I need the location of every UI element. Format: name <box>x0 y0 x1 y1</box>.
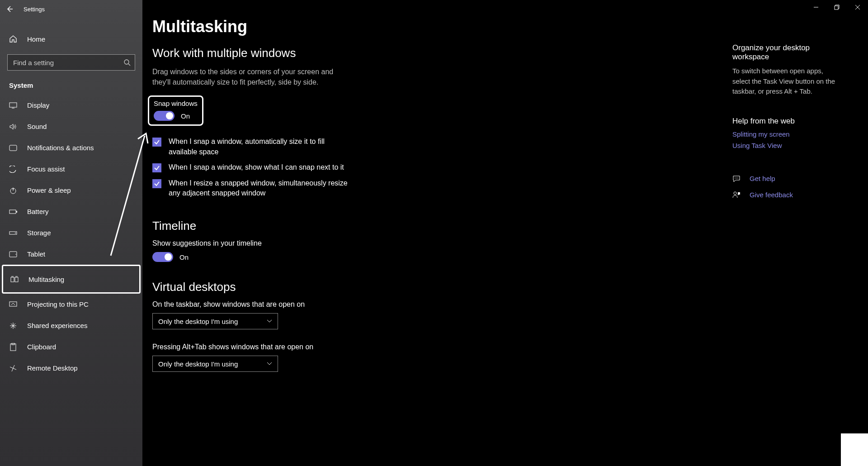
sidebar-item-battery[interactable]: Battery <box>0 201 142 222</box>
display-icon <box>9 102 17 109</box>
sidebar-item-notifications[interactable]: Notifications & actions <box>0 137 142 158</box>
dropdown-value: Only the desktop I'm using <box>158 360 238 368</box>
sidebar-item-focus-assist[interactable]: Focus assist <box>0 158 142 180</box>
svg-rect-12 <box>9 302 17 306</box>
home-nav[interactable]: Home <box>0 28 142 50</box>
chevron-down-icon <box>267 362 272 366</box>
back-button[interactable] <box>5 5 14 13</box>
give-feedback-link[interactable]: Give feedback <box>732 191 841 199</box>
nav-label: Sound <box>27 123 47 130</box>
snap-check-3[interactable] <box>152 179 161 188</box>
sound-icon <box>9 123 17 130</box>
snap-toggle-label: Snap windows <box>154 100 198 107</box>
svg-point-9 <box>15 254 16 255</box>
virtual-alttab-label: Pressing Alt+Tab shows windows that are … <box>152 343 550 351</box>
home-icon <box>9 35 17 43</box>
nav-label: Multitasking <box>28 276 64 283</box>
snap-check-1[interactable] <box>152 138 161 147</box>
snap-check-2-label: When I snap a window, show what I can sn… <box>169 162 344 172</box>
battery-icon <box>9 209 17 214</box>
dropdown-value: Only the desktop I'm using <box>158 318 238 325</box>
aside-panel: Organize your desktop workspace To switc… <box>732 43 841 199</box>
notifications-icon <box>9 145 17 151</box>
svg-rect-11 <box>15 277 18 282</box>
app-title: Settings <box>24 6 45 13</box>
decorative-square <box>841 433 868 466</box>
remote-desktop-icon <box>9 365 17 372</box>
virtual-taskbar-dropdown[interactable]: Only the desktop I'm using <box>152 313 278 329</box>
snap-windows-toggle[interactable] <box>154 111 175 121</box>
search-input[interactable] <box>7 54 135 71</box>
clipboard-icon <box>9 343 17 351</box>
aside-heading-help-web: Help from the web <box>732 117 841 126</box>
sidebar-item-power-sleep[interactable]: Power & sleep <box>0 180 142 201</box>
chat-icon <box>732 175 741 183</box>
minimize-button[interactable] <box>806 0 826 14</box>
snap-check-1-label: When I snap a window, automatically size… <box>169 137 351 157</box>
tablet-icon <box>9 251 17 257</box>
virtual-taskbar-label: On the taskbar, show windows that are op… <box>152 300 550 309</box>
sidebar-item-storage[interactable]: Storage <box>0 222 142 243</box>
feedback-icon <box>732 191 741 199</box>
home-label: Home <box>27 35 45 43</box>
section-heading-timeline: Timeline <box>152 219 550 233</box>
nav-label: Power & sleep <box>27 186 71 194</box>
nav-label: Remote Desktop <box>27 364 78 372</box>
svg-rect-5 <box>16 211 17 213</box>
focus-assist-icon <box>9 166 17 173</box>
svg-rect-1 <box>9 103 17 107</box>
category-label: System <box>0 71 142 95</box>
get-help-label: Get help <box>750 175 775 182</box>
sidebar-item-shared-experiences[interactable]: Shared experiences <box>0 315 142 336</box>
chevron-down-icon <box>267 319 272 323</box>
link-task-view[interactable]: Using Task View <box>732 142 841 149</box>
page-title: Multitasking <box>152 17 550 36</box>
section-heading-snap: Work with multiple windows <box>152 46 550 60</box>
sidebar-item-projecting[interactable]: Projecting to this PC <box>0 294 142 315</box>
nav-label: Shared experiences <box>27 322 87 329</box>
nav-label: Battery <box>27 208 49 215</box>
get-help-link[interactable]: Get help <box>732 175 841 183</box>
sidebar-item-remote-desktop[interactable]: Remote Desktop <box>0 357 142 379</box>
close-button[interactable] <box>847 0 868 14</box>
nav-label: Projecting to this PC <box>27 300 89 308</box>
svg-point-15 <box>735 177 736 178</box>
storage-icon <box>9 230 17 236</box>
snap-check-3-label: When I resize a snapped window, simultan… <box>169 178 351 199</box>
multitasking-icon <box>10 276 19 282</box>
sidebar: Settings Home System Display <box>0 0 142 466</box>
svg-point-18 <box>734 192 736 195</box>
timeline-toggle-state: On <box>179 253 189 261</box>
sidebar-item-tablet[interactable]: Tablet <box>0 243 142 265</box>
svg-point-16 <box>736 177 737 178</box>
aside-heading-organize: Organize your desktop workspace <box>732 43 841 62</box>
sidebar-item-clipboard[interactable]: Clipboard <box>0 336 142 357</box>
aside-text-organize: To switch between open apps, select the … <box>732 66 841 97</box>
virtual-alttab-dropdown[interactable]: Only the desktop I'm using <box>152 356 278 372</box>
power-icon <box>9 187 17 194</box>
svg-rect-19 <box>835 6 838 10</box>
sidebar-item-sound[interactable]: Sound <box>0 116 142 137</box>
nav-label: Clipboard <box>27 343 56 351</box>
snap-description: Drag windows to the sides or corners of … <box>152 67 342 87</box>
shared-icon <box>9 322 17 329</box>
sidebar-item-multitasking[interactable]: Multitasking <box>2 265 141 294</box>
timeline-toggle[interactable] <box>152 252 173 262</box>
maximize-button[interactable] <box>826 0 847 14</box>
sidebar-item-display[interactable]: Display <box>0 95 142 116</box>
svg-rect-10 <box>11 277 14 282</box>
snap-windows-setting: Snap windows On <box>148 95 203 126</box>
link-splitting-screen[interactable]: Splitting my screen <box>732 130 841 138</box>
svg-point-17 <box>737 177 738 178</box>
nav-label: Storage <box>27 229 51 237</box>
projecting-icon <box>9 301 17 308</box>
snap-check-2[interactable] <box>152 163 161 172</box>
nav-label: Display <box>27 101 49 109</box>
svg-point-7 <box>15 233 16 233</box>
timeline-label: Show suggestions in your timeline <box>152 239 550 247</box>
nav-label: Focus assist <box>27 165 65 173</box>
svg-rect-2 <box>9 145 17 151</box>
nav-label: Tablet <box>27 250 45 258</box>
svg-rect-4 <box>9 210 16 214</box>
snap-toggle-state: On <box>181 112 190 120</box>
